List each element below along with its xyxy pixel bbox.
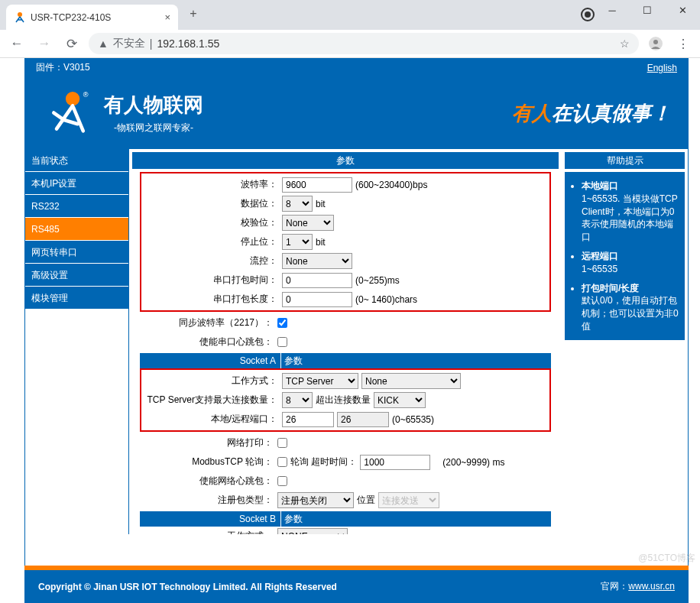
url-field[interactable]: ▲ 不安全 | 192.168.1.55 ☆ <box>89 33 639 54</box>
stopbits-label: 停止位： <box>144 235 282 248</box>
forward-button[interactable]: → <box>34 33 55 54</box>
site-link[interactable]: www.usr.cn <box>628 581 675 592</box>
reload-button[interactable]: ⟳ <box>61 33 83 54</box>
address-bar: ← → ⟳ ▲ 不安全 | 192.168.1.55 ☆ ⋮ <box>0 30 700 58</box>
back-button[interactable]: ← <box>6 33 28 54</box>
svg-point-4 <box>66 92 79 105</box>
watermark: @51CTO博客 <box>638 552 695 565</box>
minimize-button[interactable]: ─ <box>595 0 630 23</box>
favicon-icon <box>14 11 26 24</box>
packlen-label: 串口打包长度： <box>144 293 282 306</box>
sidebar-item-ip[interactable]: 本机IP设置 <box>25 172 128 195</box>
main-area: 当前状态 本机IP设置 RS232 RS485 网页转串口 高级设置 模块管理 … <box>25 149 688 534</box>
netprint-checkbox[interactable] <box>277 438 287 448</box>
new-tab-button[interactable]: + <box>183 7 204 21</box>
modbus-label: ModbusTCP 轮询： <box>140 455 277 468</box>
remoteport-input[interactable] <box>337 412 389 427</box>
parity-select[interactable]: None <box>282 215 334 231</box>
nethb-checkbox[interactable] <box>277 476 287 486</box>
sockb-mode-select[interactable]: NONE <box>277 528 348 534</box>
tab-close-icon[interactable]: × <box>164 11 170 23</box>
localport-input[interactable] <box>282 412 334 427</box>
url-text: 192.168.1.55 <box>157 37 220 50</box>
maxconn-label: TCP Server支持最大连接数量： <box>144 394 282 407</box>
socka-mode2-select[interactable]: None <box>361 373 461 389</box>
help-title: 帮助提示 <box>565 152 685 169</box>
tab-title: USR-TCP232-410S <box>31 12 160 23</box>
parity-label: 校验位： <box>144 216 282 229</box>
menu-icon[interactable]: ⋮ <box>672 33 694 54</box>
regpos-select: 连接发送 <box>378 492 439 508</box>
brand-name: 有人物联网 <box>104 92 203 118</box>
help-body: 本地端口1~65535. 当模块做TCP Client时，本地端口为0表示使用随… <box>565 172 685 340</box>
copyright-bar: Copyright © Jinan USR IOT Technology Lim… <box>24 570 689 603</box>
help-item: 本地端口1~65535. 当模块做TCP Client时，本地端口为0表示使用随… <box>582 180 679 244</box>
window-controls: ─ ☐ ✕ <box>595 0 700 23</box>
regtype-select[interactable]: 注册包关闭 <box>277 492 354 508</box>
language-link[interactable]: English <box>647 63 677 73</box>
security-text: 不安全 <box>113 37 145 50</box>
help-item: 远程端口1~65535 <box>582 250 679 276</box>
firmware-version: V3015 <box>63 62 90 73</box>
sidebar-item-rs485[interactable]: RS485 <box>25 218 128 241</box>
recording-icon <box>581 8 595 21</box>
socka-mode-select[interactable]: TCP Server <box>282 373 358 389</box>
svg-point-0 <box>18 12 22 17</box>
stopbits-select[interactable]: 1 <box>282 234 313 250</box>
sidebar: 当前状态 本机IP设置 RS232 RS485 网页转串口 高级设置 模块管理 <box>25 149 129 534</box>
params-title: 参数 <box>132 152 559 169</box>
polltimeout-input[interactable] <box>360 455 430 470</box>
regtype-label: 注册包类型： <box>140 494 277 507</box>
socket-a-group: 工作方式：TCP ServerNone TCP Server支持最大连接数量：8… <box>140 368 551 432</box>
syncbaud-label: 同步波特率（2217）： <box>140 316 277 329</box>
packtime-label: 串口打包时间： <box>144 274 282 287</box>
help-item: 打包时间/长度默认0/0，使用自动打包机制；也可以设置为非0值 <box>582 282 679 333</box>
flow-label: 流控： <box>144 254 282 267</box>
socket-a-header: Socket A参数 <box>140 353 551 368</box>
profile-icon[interactable] <box>645 33 666 54</box>
help-panel: 帮助提示 本地端口1~65535. 当模块做TCP Client时，本地端口为0… <box>562 149 688 534</box>
copyright-text: Copyright © Jinan USR IOT Technology Lim… <box>38 582 337 592</box>
sidebar-item-web2serial[interactable]: 网页转串口 <box>25 241 128 264</box>
browser-tab[interactable]: USR-TCP232-410S × <box>6 5 178 30</box>
overflow-select[interactable]: KICK <box>374 392 426 408</box>
flow-select[interactable]: None <box>282 253 352 269</box>
svg-text:®: ® <box>83 91 89 99</box>
serial-group: 波特率：(600~230400)bps 数据位：8bit 校验位：None 停止… <box>140 172 551 312</box>
app-frame: 固件：V3015 English ® 有人物联网 -物联网之联网专家- 有人在认… <box>24 58 689 603</box>
logo-icon: ® <box>48 90 90 136</box>
syncbaud-checkbox[interactable] <box>277 318 287 328</box>
packtime-input[interactable] <box>282 273 352 288</box>
nethb-label: 使能网络心跳包： <box>140 475 277 488</box>
firmware-bar: 固件：V3015 English <box>25 58 688 77</box>
sidebar-item-status[interactable]: 当前状态 <box>25 149 128 172</box>
maximize-button[interactable]: ☐ <box>630 0 665 23</box>
browser-tabstrip: USR-TCP232-410S × + ─ ☐ ✕ <box>0 0 700 30</box>
page: 固件：V3015 English ® 有人物联网 -物联网之联网专家- 有人在认… <box>0 58 700 603</box>
sidebar-item-module[interactable]: 模块管理 <box>25 287 128 310</box>
form-panel: 参数 波特率：(600~230400)bps 数据位：8bit 校验位：None… <box>129 149 562 534</box>
serialhb-label: 使能串口心跳包： <box>140 336 277 349</box>
maxconn-select[interactable]: 8 <box>282 392 313 408</box>
svg-point-2 <box>653 40 658 44</box>
header-banner: ® 有人物联网 -物联网之联网专家- 有人在认真做事！ <box>25 77 688 149</box>
sockb-mode-label: 工作方式： <box>140 530 277 534</box>
slogan: 有人在认真做事！ <box>512 100 671 127</box>
sidebar-item-advanced[interactable]: 高级设置 <box>25 264 128 287</box>
bookmark-icon[interactable]: ☆ <box>620 37 630 50</box>
databits-label: 数据位： <box>144 197 282 210</box>
socka-mode-label: 工作方式： <box>144 374 282 387</box>
insecure-icon: ▲ <box>98 37 109 50</box>
netprint-label: 网络打印： <box>140 436 277 449</box>
baud-input[interactable] <box>282 177 352 193</box>
packlen-input[interactable] <box>282 292 352 307</box>
port-label: 本地/远程端口： <box>144 413 282 426</box>
modbus-checkbox[interactable] <box>277 457 287 467</box>
serialhb-checkbox[interactable] <box>277 337 287 347</box>
firmware-label: 固件： <box>36 62 63 73</box>
close-button[interactable]: ✕ <box>665 0 700 23</box>
sidebar-item-rs232[interactable]: RS232 <box>25 195 128 218</box>
baud-label: 波特率： <box>144 178 282 191</box>
baud-range: (600~230400)bps <box>355 180 427 190</box>
databits-select[interactable]: 8 <box>282 196 313 212</box>
